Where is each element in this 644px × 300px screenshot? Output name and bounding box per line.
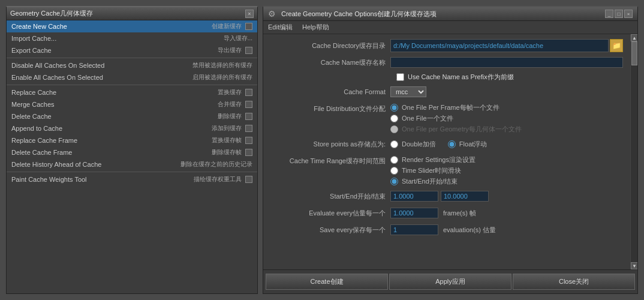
menu-item-right-label: 删除缓存 (218, 112, 252, 121)
one-file-per-frame-radio[interactable] (390, 104, 398, 112)
menu-item-box-icon (245, 101, 252, 108)
menu-item-right-text: 导出缓存 (218, 46, 242, 55)
menu-item-delete-history[interactable]: Delete History Ahead of Cache删除在缓存之前的历史记… (7, 158, 257, 170)
maximize-button[interactable]: □ (615, 10, 623, 18)
one-file-per-frame-label: One File Per Frame每帧一个文件 (402, 103, 499, 112)
menu-item-replace-cache-frame[interactable]: Replace Cache Frame置换缓存帧 (7, 134, 257, 146)
render-settings-radio[interactable] (390, 156, 398, 164)
close-button[interactable]: × (624, 10, 633, 18)
menu-separator (7, 172, 257, 172)
evaluate-every-row: Evaluate every估量每一个 frame(s) 帧 (270, 206, 623, 220)
store-points-label: Store points as存储点为: (270, 140, 390, 149)
menu-item-left-label: Append to Cache (11, 125, 62, 132)
start-end-row: Start/End开始/结束 (270, 190, 623, 203)
start-end-control (390, 191, 623, 202)
cache-name-label: Cache Name缓存名称 (270, 58, 390, 67)
menu-item-left-label: Disable All Caches On Selected (11, 62, 104, 69)
menu-item-box-icon (245, 89, 252, 96)
menu-item-paint-cache-weights[interactable]: Paint Cache Weights Tool描绘缓存权重工具 (7, 173, 257, 185)
menu-items-list: Create New Cache创建新缓存Import Cache...导入缓存… (7, 20, 257, 185)
evaluate-every-suffix: frame(s) 帧 (443, 209, 476, 218)
evaluate-every-input[interactable] (390, 208, 438, 218)
menu-item-left-label: Paint Cache Weights Tool (11, 176, 87, 183)
float-radio[interactable] (448, 140, 456, 148)
create-button[interactable]: Create创建 (266, 274, 388, 290)
store-points-control: Double加倍 Float浮动 (390, 140, 623, 149)
menu-item-right-label: 描绘缓存权重工具 (194, 175, 252, 184)
menu-item-create-new-cache[interactable]: Create New Cache创建新缓存 (7, 20, 257, 32)
evaluate-every-label: Evaluate every估量每一个 (270, 209, 390, 218)
menu-item-right-label: 置换缓存帧 (212, 136, 252, 145)
scroll-thumb[interactable] (631, 41, 637, 65)
scroll-up-arrow[interactable]: ▲ (631, 34, 637, 41)
scroll-track[interactable] (631, 41, 637, 262)
start-end-option: Start/End开始/结束 (390, 177, 623, 186)
one-file-per-geo-option: One File per Geometry每几何体一个文件 (390, 125, 623, 134)
menu-item-import-cache[interactable]: Import Cache...导入缓存... (7, 32, 257, 44)
menu-item-left-label: Merge Caches (11, 101, 55, 108)
menu-item-right-label: 导出缓存 (218, 46, 252, 55)
menu-item-left-label: Delete History Ahead of Cache (11, 161, 101, 168)
menu-item-append-to-cache[interactable]: Append to Cache添加到缓存 (7, 122, 257, 134)
end-value-input[interactable] (441, 191, 489, 202)
one-file-radio[interactable] (390, 115, 398, 122)
save-every-label: Save every保存每一个 (270, 226, 390, 235)
apply-button[interactable]: Apply应用 (389, 274, 511, 290)
menu-item-right-label: 合并缓存 (218, 100, 252, 109)
minimize-button[interactable]: _ (605, 10, 613, 18)
file-distribution-label: File Distribution文件分配 (270, 103, 390, 113)
menu-title-bar: Geometry Cache几何体缓存 × (7, 7, 257, 20)
help-menu-item[interactable]: Help帮助 (300, 22, 332, 32)
use-prefix-label: Use Cache Name as Prefix作为前缀 (408, 73, 514, 82)
vertical-scrollbar[interactable]: ▲ ▼ (630, 34, 637, 269)
start-value-input[interactable] (390, 191, 438, 202)
options-menu-bar: Edit编辑 Help帮助 (263, 21, 637, 34)
menu-item-export-cache[interactable]: Export Cache导出缓存 (7, 44, 257, 56)
cache-time-range-row: Cache Time Range缓存时间范围 Render Settings渲染… (270, 154, 623, 186)
menu-item-left-label: Replace Cache Frame (11, 137, 77, 144)
close-panel-button[interactable]: Close关闭 (513, 274, 635, 290)
menu-item-disable-all[interactable]: Disable All Caches On Selected禁用被选择的所有缓存 (7, 59, 257, 71)
time-slider-option: Time Slider时间滑块 (390, 166, 623, 175)
menu-item-left-label: Export Cache (11, 47, 52, 54)
one-file-per-frame-option: One File Per Frame每帧一个文件 (390, 103, 623, 112)
options-panel: ⚙ Create Geometry Cache Options创建几何体缓存选项… (263, 6, 638, 294)
float-option: Float浮动 (448, 140, 487, 149)
menu-item-right-label: 添加到缓存 (212, 124, 252, 133)
menu-item-right-text: 删除缓存 (218, 112, 242, 121)
menu-item-box-icon (245, 149, 252, 156)
file-distribution-row: File Distribution文件分配 One File Per Frame… (270, 102, 623, 134)
menu-item-replace-cache[interactable]: Replace Cache置换缓存 (7, 86, 257, 98)
menu-item-merge-caches[interactable]: Merge Caches合并缓存 (7, 98, 257, 110)
menu-item-box-icon (245, 23, 252, 30)
start-end-radio[interactable] (390, 178, 398, 185)
save-every-row: Save every保存每一个 evaluation(s) 估量 (270, 223, 623, 236)
time-slider-radio[interactable] (390, 167, 398, 175)
start-end-label: Start/End开始/结束 (402, 177, 458, 186)
menu-item-box-icon (245, 176, 252, 183)
one-file-per-geo-radio (390, 125, 398, 133)
scroll-down-arrow[interactable]: ▼ (631, 262, 637, 269)
menu-item-delete-cache[interactable]: Delete Cache删除缓存 (7, 110, 257, 122)
menu-item-enable-all[interactable]: Enable All Caches On Selected启用被选择的所有缓存 (7, 71, 257, 83)
gear-icon: ⚙ (268, 9, 278, 19)
cache-name-input[interactable] (390, 57, 623, 68)
menu-item-right-text: 创建新缓存 (212, 22, 242, 31)
menu-item-left-label: Delete Cache (11, 113, 52, 120)
double-radio[interactable] (390, 140, 398, 148)
float-label: Float浮动 (459, 140, 487, 149)
browse-folder-button[interactable]: 📁 (610, 39, 623, 52)
menu-item-delete-cache-frame[interactable]: Delete Cache Frame删除缓存帧 (7, 146, 257, 158)
cache-directory-input[interactable] (390, 39, 609, 52)
menu-item-right-label: 禁用被选择的所有缓存 (192, 61, 252, 70)
menu-item-right-text: 合并缓存 (218, 100, 242, 109)
cache-format-label: Cache Format (270, 88, 390, 95)
cache-format-select[interactable]: mcc mcx (390, 86, 426, 97)
save-every-input[interactable] (390, 224, 438, 235)
menu-close-button[interactable]: × (245, 10, 254, 18)
menu-item-right-label: 导入缓存... (224, 34, 252, 43)
menu-item-right-text: 启用被选择的所有缓存 (192, 73, 252, 82)
edit-menu-item[interactable]: Edit编辑 (266, 22, 295, 32)
render-settings-option: Render Settings渲染设置 (390, 155, 623, 164)
use-prefix-checkbox[interactable] (396, 73, 404, 81)
